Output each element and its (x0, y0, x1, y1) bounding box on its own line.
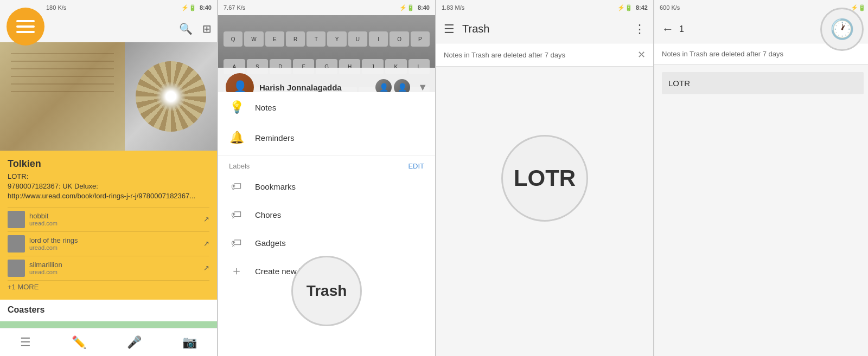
key: Q (224, 31, 242, 47)
key: T (307, 31, 326, 47)
key: E (265, 31, 284, 47)
trash-circle: Trash (291, 256, 362, 326)
images-row (0, 42, 217, 151)
dropdown-icon[interactable]: ▼ (418, 82, 427, 93)
link-domain: uread.com (29, 220, 199, 226)
link-text: silmarillion uread.com (29, 261, 199, 275)
hamburger-button[interactable] (7, 8, 44, 46)
keyboard-row: Q W E R T Y U I O P (224, 31, 430, 47)
tolkien-links: hobbit uread.com ↗ lord of the rings ure… (8, 207, 209, 294)
external-link-icon[interactable]: ↗ (203, 215, 209, 223)
status-time-3: 8:42 (636, 4, 648, 11)
hamburger-line (16, 31, 35, 33)
reminders-label: Reminders (255, 133, 295, 143)
more-label[interactable]: +1 MORE (8, 280, 209, 294)
back-button[interactable]: ← (662, 22, 674, 36)
menu-item-notes[interactable]: 💡 Notes (218, 92, 435, 122)
lotr-circle-label: LOTR (514, 165, 576, 191)
coaster-image (125, 42, 217, 151)
search-icon[interactable]: 🔍 (179, 22, 193, 35)
more-options-icon[interactable]: ⋮ (634, 22, 646, 36)
pencil-icon[interactable]: ✏️ (72, 335, 86, 349)
bottom-bar-1: ☰ ✏️ 🎤 📷 (0, 328, 217, 356)
status-speed-1: 180 K/s (5, 4, 66, 11)
coaster-pattern (136, 61, 206, 132)
link-thumbnail (8, 235, 25, 253)
status-speed-3: 1.83 M/s (442, 4, 464, 11)
list-view-icon[interactable]: ☰ (20, 335, 31, 349)
label-icon: 🏷 (229, 207, 244, 222)
link-name: lord of the rings (29, 236, 199, 244)
grid-view-icon[interactable]: ⊞ (202, 22, 212, 35)
tolkien-title: Tolkien (8, 158, 209, 170)
coasters-title: Coasters (8, 305, 209, 315)
tolkien-card[interactable]: Tolkien LOTR:9780007182367: UK Deluxe:ht… (0, 151, 217, 300)
link-domain: uread.com (29, 269, 199, 275)
coaster-background (125, 42, 217, 151)
history-icon[interactable]: 🕐 (830, 18, 854, 41)
tolkien-image (0, 42, 125, 151)
external-link-icon[interactable]: ↗ (203, 240, 209, 248)
list-item[interactable]: silmarillion uread.com ↗ (8, 256, 209, 280)
status-speed-4: 600 K/s (660, 4, 680, 11)
label-icon: 🏷 (229, 235, 244, 250)
header-1: 🔍 ⊞ (0, 15, 217, 42)
lotr-circle: LOTR (501, 135, 588, 222)
menu-item-reminders[interactable]: 🔔 Reminders (218, 122, 435, 153)
trash-title: Trash (462, 23, 489, 35)
menu-divider (218, 155, 435, 156)
panel-2: 7.67 K/s ⚡🔋 8:40 Q W E R T Y U I O P A S… (218, 0, 435, 356)
external-link-icon[interactable]: ↗ (203, 264, 209, 272)
panel-4: 600 K/s ⚡🔋 ← 1 🕐 Notes in Trash are dele… (654, 0, 868, 356)
status-time-2: 8:40 (418, 4, 430, 11)
notes-label: Notes (255, 103, 276, 112)
trash-circle-label: Trash (307, 282, 347, 300)
trash-content-area (436, 67, 653, 82)
note-title: LOTR (668, 79, 857, 88)
key: W (244, 31, 263, 47)
label-name: Bookmarks (255, 182, 296, 191)
key: O (390, 31, 409, 47)
note-card[interactable]: LOTR (662, 72, 864, 94)
label-name: Gadgets (255, 238, 286, 248)
link-thumbnail (8, 260, 25, 277)
panel-1: 180 K/s ⚡🔋 8:40 🔍 ⊞ (0, 0, 217, 356)
link-domain: uread.com (29, 244, 199, 251)
key: R (286, 31, 305, 47)
notebook-background (0, 42, 125, 151)
status-speed-2: 7.67 K/s (224, 4, 245, 11)
user-name: Harish Jonnalagadda (259, 83, 342, 92)
camera-icon[interactable]: 📷 (182, 335, 197, 349)
status-icons-1: ⚡🔋 (181, 4, 196, 11)
status-icons-3: ⚡🔋 (617, 4, 633, 11)
key: I (369, 31, 388, 47)
key: Y (327, 31, 346, 47)
trash-toolbar: ☰ Trash ⋮ (436, 15, 653, 43)
notification-text-4: Notes in Trash are deleted after 7 days (662, 50, 783, 58)
mic-icon[interactable]: 🎤 (127, 335, 142, 349)
panel-3: 1.83 M/s ⚡🔋 8:42 ☰ Trash ⋮ Notes in Tras… (436, 0, 653, 356)
hamburger-line (16, 20, 35, 22)
list-item[interactable]: lord of the rings uread.com ↗ (8, 231, 209, 256)
key: U (348, 31, 367, 47)
status-bar-2: 7.67 K/s ⚡🔋 8:40 (218, 0, 435, 15)
header-icons: 🔍 ⊞ (179, 22, 212, 35)
list-item[interactable]: hobbit uread.com ↗ (8, 207, 209, 231)
link-name: silmarillion (29, 261, 199, 269)
link-text: lord of the rings uread.com (29, 236, 199, 251)
coasters-card[interactable]: Coasters (0, 300, 217, 321)
menu-item-chores[interactable]: 🏷 Chores (218, 200, 435, 229)
side-menu: 💡 Notes 🔔 Reminders Labels EDIT 🏷 Bookma… (218, 92, 435, 356)
lightbulb-icon: 💡 (229, 100, 244, 115)
bell-icon: 🔔 (229, 130, 244, 145)
menu-icon[interactable]: ☰ (444, 22, 455, 36)
menu-item-bookmarks[interactable]: 🏷 Bookmarks (218, 172, 435, 200)
close-notification-button[interactable]: ✕ (637, 49, 646, 61)
label-icon: 🏷 (229, 179, 244, 194)
menu-item-gadgets[interactable]: 🏷 Gadgets (218, 229, 435, 257)
labels-section-title: Labels (229, 162, 250, 170)
link-name: hobbit (29, 212, 199, 220)
page-number: 1 (679, 24, 684, 34)
plus-icon: ＋ (229, 263, 244, 279)
edit-labels-button[interactable]: EDIT (408, 162, 424, 170)
